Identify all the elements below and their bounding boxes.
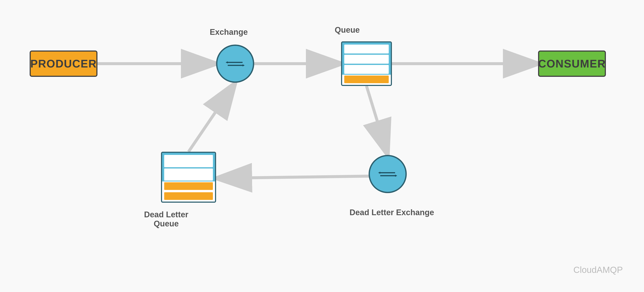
exchange-dl-circle <box>368 155 407 193</box>
svg-marker-11 <box>378 172 380 174</box>
queue-main-bottom <box>344 76 389 83</box>
queue-main-box <box>341 41 392 86</box>
queue-dl-box <box>161 152 216 203</box>
queue-dl-bottom-2 <box>164 192 213 200</box>
svg-marker-9 <box>242 64 245 66</box>
queue-dl-text: Dead LetterQueue <box>144 210 188 228</box>
queue-dl-label: Dead LetterQueue <box>144 210 188 228</box>
diagram: PRODUCER CONSUMER Exchange Queue <box>0 0 644 292</box>
queue-dl-row-2 <box>164 169 213 181</box>
exchange-main-arrows <box>226 57 245 70</box>
queue-dl-rows <box>162 153 215 182</box>
queue-row-3 <box>344 65 389 74</box>
svg-marker-13 <box>395 175 397 177</box>
arrow-dl-exchange-to-dl-queue <box>216 176 369 178</box>
exchange-main-circle <box>216 45 254 83</box>
consumer-box: CONSUMER <box>538 51 606 77</box>
queue-row-2 <box>344 55 389 64</box>
consumer-label: CONSUMER <box>538 57 606 70</box>
svg-marker-7 <box>226 61 228 63</box>
queue-dl-bottom-1 <box>164 182 213 190</box>
arrow-queue-to-dl-exchange <box>366 86 388 155</box>
producer-label: PRODUCER <box>30 57 97 70</box>
exchange-dl-arrows <box>378 168 397 180</box>
arrow-dl-queue-to-exchange <box>188 83 235 152</box>
queue-dl-row-1 <box>164 155 213 167</box>
exchange-dl-label: Dead Letter Exchange <box>350 208 434 217</box>
queue-row-1 <box>344 45 389 54</box>
producer-box: PRODUCER <box>30 51 98 77</box>
exchange-arrows-svg <box>226 57 245 70</box>
queue-main-rows <box>342 42 391 75</box>
connections-svg <box>0 0 644 292</box>
exchange-dl-arrows-svg <box>378 168 397 180</box>
watermark: CloudAMQP <box>574 265 623 275</box>
queue-main-label: Queue <box>335 26 360 35</box>
exchange-main-label: Exchange <box>210 28 248 37</box>
